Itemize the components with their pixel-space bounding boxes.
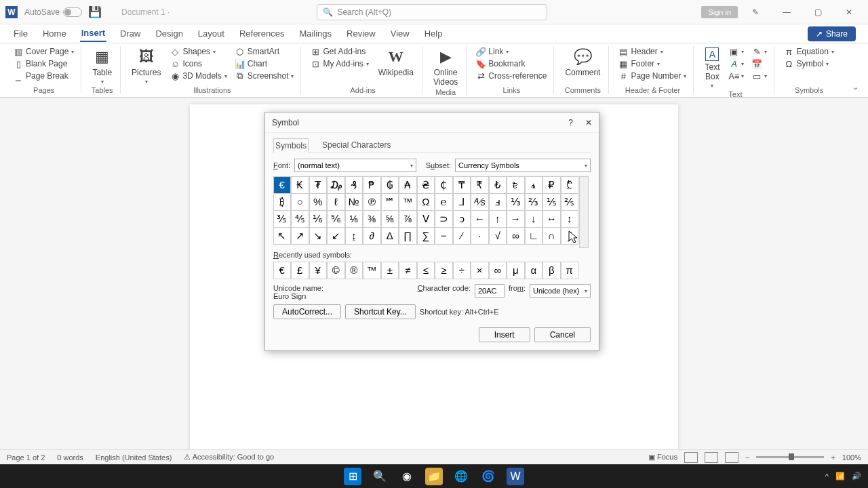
symbol-cell[interactable]: ↘ (309, 227, 328, 245)
symbol-cell[interactable]: ⅎ (489, 193, 507, 211)
symbol-cell[interactable]: √ (489, 227, 507, 245)
symbol-cell[interactable]: ₱ (363, 176, 381, 194)
taskview-icon[interactable]: ◉ (398, 468, 416, 485)
symbol-cell[interactable]: ™ (399, 193, 417, 211)
wifi-icon[interactable]: 📶 (835, 472, 845, 481)
symbol-cell[interactable]: ₴ (417, 176, 435, 194)
close-dialog-button[interactable]: ✕ (585, 118, 592, 127)
grid-scrollbar[interactable] (579, 176, 589, 248)
volume-icon[interactable]: 🔊 (852, 472, 861, 481)
print-layout-button[interactable] (705, 452, 718, 463)
shortcut-key-button[interactable]: Shortcut Key... (345, 304, 416, 319)
symbol-cell[interactable]: ₾ (561, 176, 579, 194)
recent-symbol-cell[interactable]: β (542, 262, 561, 279)
symbol-cell[interactable]: ℓ (327, 193, 345, 211)
symbol-cell[interactable]: ₼ (525, 176, 543, 194)
tab-review[interactable]: Review (345, 26, 377, 41)
accessibility-status[interactable]: ⚠ Accessibility: Good to go (184, 453, 274, 462)
symbol-cell[interactable]: ∂ (363, 227, 381, 245)
symbol-cell[interactable]: Δ (381, 227, 399, 245)
recent-symbol-cell[interactable]: π (561, 262, 579, 279)
symbol-cell[interactable]: ↔ (542, 210, 561, 228)
cross-ref-button[interactable]: ⇄Cross-reference (475, 70, 548, 81)
tab-view[interactable]: View (389, 26, 411, 41)
system-tray[interactable]: ^ 📶 🔊 (825, 472, 861, 481)
explorer-icon[interactable]: 📁 (425, 468, 443, 485)
symbol-cell[interactable]: ⅗ (273, 210, 292, 228)
subset-select[interactable]: Currency Symbols▾ (455, 159, 591, 172)
symbol-cell[interactable]: ℮ (435, 193, 453, 211)
zoom-level[interactable]: 100% (842, 453, 861, 462)
symbol-cell[interactable]: ∟ (525, 227, 543, 245)
symbol-cell[interactable]: ⅙ (309, 210, 328, 228)
symbol-cell[interactable]: ∑ (417, 227, 435, 245)
symbol-cell[interactable]: ↙ (327, 227, 345, 245)
tab-home[interactable]: Home (41, 26, 68, 41)
recent-symbol-cell[interactable]: © (327, 262, 345, 279)
search-box[interactable]: 🔍 Search (Alt+Q) (317, 4, 547, 20)
symbol-cell[interactable]: Ⅴ (417, 210, 435, 228)
symbol-cell[interactable]: ₻ (507, 176, 525, 194)
word-count[interactable]: 0 words (57, 453, 83, 462)
recent-symbol-cell[interactable]: ≥ (435, 262, 453, 279)
text-box-button[interactable]: AText Box▾ (702, 46, 722, 90)
document-name[interactable]: Document 1 · (121, 7, 170, 17)
close-button[interactable]: ✕ (835, 3, 863, 22)
page-break-button[interactable]: ⎯Page Break (12, 70, 75, 81)
symbol-cell[interactable]: → (507, 210, 525, 228)
from-select[interactable]: Unicode (hex)▾ (530, 284, 591, 298)
tab-file[interactable]: File (12, 26, 29, 41)
recent-symbol-cell[interactable]: ≤ (417, 262, 435, 279)
pictures-button[interactable]: 🖼Pictures▾ (129, 46, 163, 86)
symbol-cell[interactable]: ₵ (435, 176, 453, 194)
symbol-cell[interactable]: ⅜ (363, 210, 381, 228)
tab-help[interactable]: Help (423, 26, 444, 41)
symbol-cell[interactable]: − (435, 227, 453, 245)
symbol-cell[interactable]: ⅞ (399, 210, 417, 228)
symbol-cell[interactable]: ₰ (345, 176, 363, 194)
tab-draw[interactable]: Draw (119, 26, 142, 41)
symbol-cell[interactable]: ₭ (291, 176, 309, 194)
word-icon[interactable]: W (507, 468, 524, 485)
focus-button[interactable]: ▣ Focus (648, 453, 677, 462)
collapse-ribbon-button[interactable]: ⌄ (850, 80, 861, 94)
recent-symbol-cell[interactable]: £ (291, 262, 309, 279)
recent-symbol-cell[interactable]: ™ (363, 262, 381, 279)
symbol-cell[interactable]: ↓ (525, 210, 543, 228)
tab-layout[interactable]: Layout (197, 26, 226, 41)
autosave-toggle[interactable]: AutoSave (24, 7, 82, 17)
search-taskbar-icon[interactable]: 🔍 (371, 468, 389, 485)
symbol-cell[interactable]: Ω (417, 193, 435, 211)
symbol-cell[interactable]: ⅕ (542, 193, 561, 211)
object-button[interactable]: ▭▾ (751, 70, 768, 81)
symbol-cell[interactable]: % (309, 193, 328, 211)
font-select[interactable]: (normal text)▾ (294, 159, 416, 172)
symbol-cell[interactable]: ₮ (309, 176, 328, 194)
symbol-cell[interactable]: ⅚ (327, 210, 345, 228)
symbol-cell[interactable]: ∏ (399, 227, 417, 245)
zoom-in-button[interactable]: + (831, 453, 835, 462)
minimize-button[interactable]: — (773, 3, 800, 22)
recent-symbol-cell[interactable]: ∞ (489, 262, 507, 279)
symbol-cell[interactable]: ⅍ (471, 193, 489, 211)
link-button[interactable]: 🔗Link▾ (475, 46, 548, 57)
recent-symbol-cell[interactable]: € (273, 262, 292, 279)
maximize-button[interactable]: ▢ (804, 3, 831, 22)
recent-symbol-cell[interactable]: μ (507, 262, 525, 279)
help-button[interactable]: ? (568, 118, 573, 127)
mode-icon[interactable]: ✎ (742, 3, 769, 22)
symbol-cell[interactable]: ₲ (381, 176, 399, 194)
bookmark-button[interactable]: 🔖Bookmark (475, 58, 548, 69)
language-status[interactable]: English (United States) (96, 453, 172, 462)
wordart-button[interactable]: A▾ (728, 58, 745, 69)
symbol-cell[interactable]: ∫ (561, 227, 579, 245)
3d-models-button[interactable]: ◉3D Models▾ (169, 70, 228, 81)
shapes-button[interactable]: ◇Shapes▾ (169, 46, 228, 57)
chrome-icon[interactable]: 🌐 (452, 468, 470, 485)
insert-button[interactable]: Insert (479, 327, 530, 342)
dropcap-button[interactable]: A≡▾ (728, 70, 745, 81)
icons-button[interactable]: ☺Icons (169, 58, 228, 69)
symbol-cell[interactable]: ⅖ (561, 193, 579, 211)
symbol-cell[interactable]: ₿ (273, 193, 292, 211)
tab-symbols[interactable]: Symbols (273, 138, 309, 153)
